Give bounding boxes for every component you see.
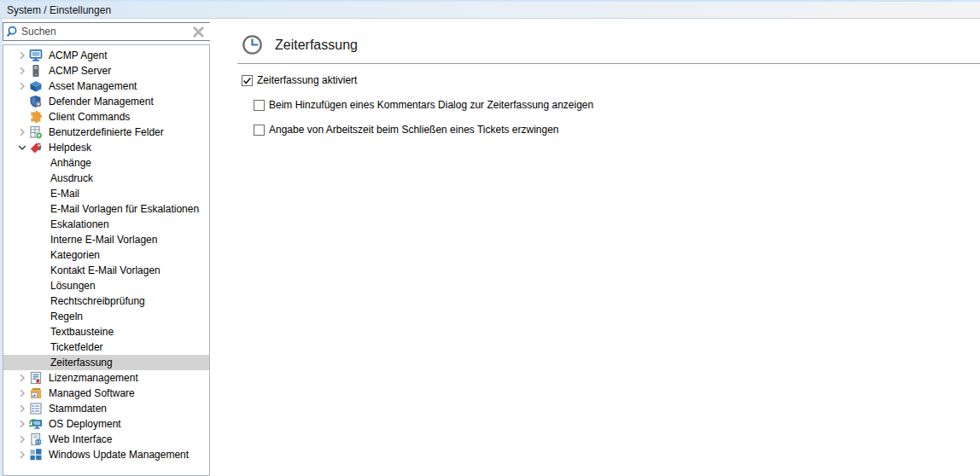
chevron-right-icon[interactable] xyxy=(15,448,29,461)
checkbox-list: Zeiterfassung aktiviert Beim Hinzufügen … xyxy=(210,64,980,136)
license-management-icon xyxy=(29,371,43,385)
tree-item[interactable]: Managed Software xyxy=(3,386,209,401)
search-input[interactable] xyxy=(20,26,192,38)
asset-management-icon xyxy=(29,79,43,93)
tree-item-label: Benutzerdefinierte Felder xyxy=(49,126,164,138)
chevron-icon xyxy=(15,95,29,108)
tree-item[interactable]: Zeiterfassung xyxy=(3,355,209,370)
tree-item-label: Client Commands xyxy=(49,111,130,123)
tree-item-label: Rechtschreibprüfung xyxy=(50,295,145,307)
tree-item-label: Helpdesk xyxy=(49,142,91,154)
chevron-right-icon[interactable] xyxy=(15,417,29,431)
tree-item-label: ACMP Agent xyxy=(49,49,107,61)
tree-item[interactable]: ACMP Agent xyxy=(3,48,209,63)
windows-update-management-icon xyxy=(29,448,43,461)
tree-item-label: Ticketfelder xyxy=(50,341,103,353)
tree-item-label: E-Mail Vorlagen für Eskalationen xyxy=(50,203,199,215)
chevron-icon xyxy=(15,110,29,124)
checkbox-label: Angabe von Arbeitszeit beim Schließen ei… xyxy=(269,124,559,136)
chevron-right-icon[interactable] xyxy=(15,64,29,78)
clear-search-icon[interactable] xyxy=(192,26,205,38)
search-box[interactable] xyxy=(3,22,211,41)
tree-item[interactable]: Rechtschreibprüfung xyxy=(3,293,209,309)
checkbox-unchecked[interactable] xyxy=(254,100,265,111)
settings-tree: ACMP Agent ACMP Server Asset Management … xyxy=(3,44,210,476)
tree-item[interactable]: Windows Update Management xyxy=(3,447,209,462)
tree-item[interactable]: Benutzerdefinierte Felder xyxy=(3,125,209,140)
tree-item-label: Regeln xyxy=(50,311,83,322)
tree-item[interactable]: Lösungen xyxy=(3,278,209,293)
helpdesk-icon xyxy=(29,141,43,154)
tree-item[interactable]: OS Deployment xyxy=(3,416,209,432)
chevron-right-icon[interactable] xyxy=(15,79,29,93)
client-commands-icon xyxy=(29,110,43,124)
defender-management-icon xyxy=(29,95,43,108)
tree-item-label: Stammdaten xyxy=(49,403,107,415)
custom-fields-icon xyxy=(29,125,43,139)
managed-software-icon xyxy=(29,386,43,400)
tree-item-label: Managed Software xyxy=(49,387,135,399)
checkbox-label: Beim Hinzufügen eines Kommentars Dialog … xyxy=(269,99,593,111)
checkbox-checked[interactable] xyxy=(242,75,253,86)
tree-item[interactable]: Stammdaten xyxy=(3,401,209,416)
tree-item[interactable]: Ausdruck xyxy=(3,171,209,186)
chevron-right-icon[interactable] xyxy=(15,432,29,446)
tree-item[interactable]: Eskalationen xyxy=(3,217,209,232)
acmp-agent-icon xyxy=(29,49,43,62)
tree-item[interactable]: Regeln xyxy=(3,309,209,324)
tree-item[interactable]: Lizenzmanagement xyxy=(3,370,209,386)
tree-item-label: Lösungen xyxy=(50,280,96,292)
tree-item-label: Web Interface xyxy=(49,433,112,445)
tree-item[interactable]: Helpdesk xyxy=(3,140,209,155)
tree-item-label: Kategorien xyxy=(50,249,100,261)
panel-header: Zeiterfassung xyxy=(210,19,980,55)
chevron-right-icon[interactable] xyxy=(15,402,29,415)
tree-item[interactable]: Kontakt E-Mail Vorlagen xyxy=(3,263,209,278)
tree-item-label: E-Mail xyxy=(50,188,79,200)
tree-item[interactable]: ACMP Server xyxy=(3,63,209,78)
tree-item-label: Interne E-Mail Vorlagen xyxy=(50,234,157,246)
checkbox-row[interactable]: Angabe von Arbeitszeit beim Schließen ei… xyxy=(254,124,980,136)
zeiterfassung-panel: Zeiterfassung Zeiterfassung aktiviert Be… xyxy=(210,19,980,476)
search-icon xyxy=(6,25,20,38)
acmp-server-icon xyxy=(29,64,43,78)
checkbox-label: Zeiterfassung aktiviert xyxy=(257,74,357,86)
panel-title: Zeiterfassung xyxy=(275,38,358,53)
chevron-right-icon[interactable] xyxy=(15,125,29,139)
checkbox-unchecked[interactable] xyxy=(254,125,265,136)
tree-item-label: Eskalationen xyxy=(50,218,109,230)
tree-item[interactable]: Asset Management xyxy=(3,78,209,94)
settings-window: System / Einstellungen ACMP Agent ACMP S… xyxy=(0,0,980,476)
chevron-right-icon[interactable] xyxy=(15,49,29,62)
tree-item-label: Ausdruck xyxy=(50,172,93,184)
tree-item[interactable]: E-Mail xyxy=(3,186,209,201)
os-deployment-icon xyxy=(29,417,43,431)
tree-item-label: Defender Management xyxy=(49,96,154,107)
chevron-right-icon[interactable] xyxy=(15,386,29,400)
tree-item[interactable]: Textbausteine xyxy=(3,324,209,340)
tree-item-label: OS Deployment xyxy=(49,418,121,430)
title-bar: System / Einstellungen xyxy=(0,0,980,19)
tree-item[interactable]: Anhänge xyxy=(3,155,209,171)
chevron-right-icon[interactable] xyxy=(15,371,29,385)
tree-item[interactable]: E-Mail Vorlagen für Eskalationen xyxy=(3,201,209,217)
tree-item[interactable]: Kategorien xyxy=(3,247,209,263)
tree-item-label: Kontakt E-Mail Vorlagen xyxy=(50,264,160,276)
chevron-down-icon[interactable] xyxy=(15,141,29,154)
tree-item-label: Zeiterfassung xyxy=(50,357,113,369)
tree-item[interactable]: Web Interface xyxy=(3,432,209,447)
tree-item[interactable]: Client Commands xyxy=(3,109,209,125)
tree-item-label: Lizenzmanagement xyxy=(49,372,138,384)
checkbox-row[interactable]: Beim Hinzufügen eines Kommentars Dialog … xyxy=(254,99,980,111)
stammdaten-icon xyxy=(29,402,43,415)
tree-item[interactable]: Defender Management xyxy=(3,94,209,109)
web-interface-icon xyxy=(29,432,43,446)
tree-item[interactable]: Ticketfelder xyxy=(3,340,209,355)
page-title: System / Einstellungen xyxy=(0,4,111,16)
clock-icon xyxy=(242,34,263,55)
checkbox-row[interactable]: Zeiterfassung aktiviert xyxy=(242,74,980,86)
tree-item-label: Anhänge xyxy=(50,157,91,169)
tree-item-label: ACMP Server xyxy=(49,65,111,77)
tree-item[interactable]: Interne E-Mail Vorlagen xyxy=(3,232,209,247)
tree-item-label: Textbausteine xyxy=(50,326,114,338)
